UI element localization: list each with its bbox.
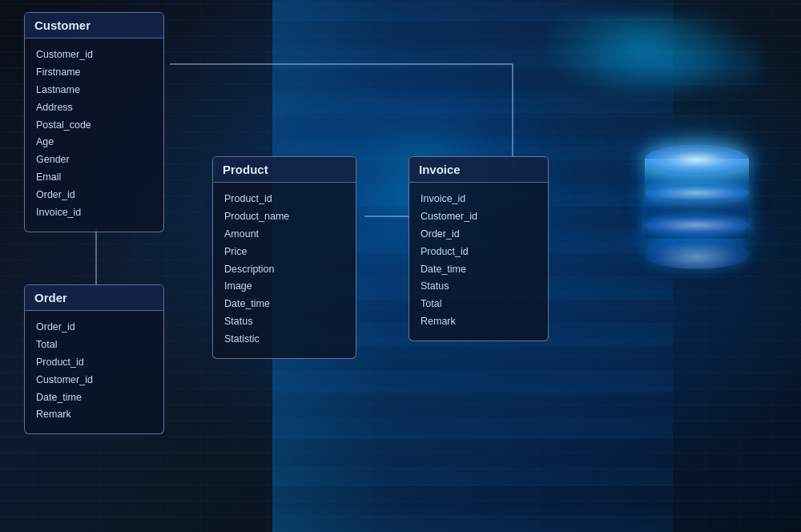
invoice-table: Invoice Invoice_id Customer_id Order_id … [409, 156, 549, 341]
invoice-table-header: Invoice [409, 157, 548, 183]
list-item: Customer_id [421, 208, 537, 226]
list-item: Remark [36, 406, 152, 424]
invoice-title: Invoice [419, 163, 461, 176]
product-table: Product Product_id Product_name Amount P… [212, 156, 356, 359]
list-item: Product_id [421, 244, 537, 261]
customer-table-body: Customer_id Firstname Lastname Address P… [25, 38, 163, 232]
product-table-body: Product_id Product_name Amount Price Des… [213, 183, 356, 358]
list-item: Invoice_id [36, 204, 152, 222]
list-item: Invoice_id [421, 191, 537, 208]
cylinder-middle-2 [645, 216, 749, 234]
customer-table: Customer Customer_id Firstname Lastname … [24, 12, 164, 232]
list-item: Amount [224, 226, 344, 244]
list-item: Image [224, 278, 344, 296]
cylinder-bottom [645, 239, 749, 269]
list-item: Firstname [36, 64, 152, 82]
product-title: Product [223, 163, 268, 176]
main-content: Customer Customer_id Firstname Lastname … [0, 0, 801, 532]
list-item: Address [36, 99, 152, 117]
list-item: Status [421, 278, 537, 296]
list-item: Postal_code [36, 117, 152, 135]
list-item: Total [421, 296, 537, 313]
database-icon [633, 144, 761, 272]
order-table-body: Order_id Total Product_id Customer_id Da… [25, 311, 163, 433]
list-item: Remark [421, 313, 537, 331]
list-item: Date_time [224, 296, 344, 313]
cylinder-top [645, 144, 749, 175]
cylinder-middle-1 [645, 184, 749, 202]
list-item: Order_id [36, 319, 152, 337]
list-item: Product_name [224, 208, 344, 226]
product-table-header: Product [213, 157, 356, 183]
list-item: Product_id [224, 191, 344, 208]
list-item: Order_id [421, 226, 537, 244]
invoice-fields: Invoice_id Customer_id Order_id Product_… [421, 191, 537, 331]
list-item: Status [224, 313, 344, 331]
product-fields: Product_id Product_name Amount Price Des… [224, 191, 344, 349]
order-title: Order [34, 291, 67, 304]
customer-title: Customer [34, 18, 91, 32]
list-item: Customer_id [36, 46, 152, 64]
invoice-table-body: Invoice_id Customer_id Order_id Product_… [409, 183, 548, 341]
order-fields: Order_id Total Product_id Customer_id Da… [36, 319, 152, 424]
list-item: Date_time [421, 261, 537, 279]
list-item: Order_id [36, 187, 152, 204]
customer-fields: Customer_id Firstname Lastname Address P… [36, 46, 152, 222]
list-item: Date_time [36, 389, 152, 407]
order-table-header: Order [25, 285, 163, 311]
list-item: Email [36, 169, 152, 187]
list-item: Age [36, 134, 152, 151]
list-item: Description [224, 261, 344, 279]
customer-table-header: Customer [25, 13, 163, 38]
order-table: Order Order_id Total Product_id Customer… [24, 284, 164, 434]
list-item: Gender [36, 151, 152, 169]
list-item: Product_id [36, 354, 152, 372]
list-item: Lastname [36, 82, 152, 99]
list-item: Statistic [224, 331, 344, 349]
list-item: Customer_id [36, 372, 152, 389]
list-item: Price [224, 244, 344, 261]
list-item: Total [36, 337, 152, 354]
